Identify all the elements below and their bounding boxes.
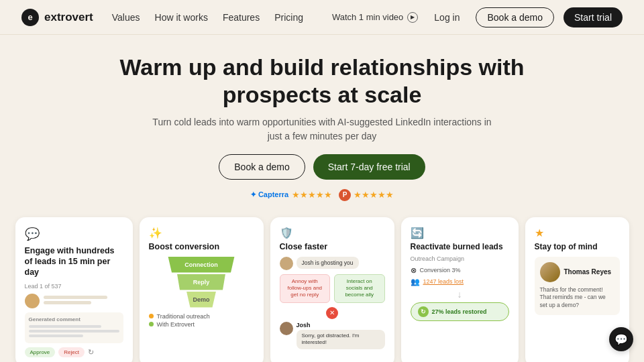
lead-item: [25, 294, 123, 308]
comment-lines: [29, 325, 119, 337]
navbar: e extrovert Values How it works Features…: [0, 0, 644, 35]
ph-stars: ★★★★★: [354, 190, 394, 200]
nav-link-how[interactable]: How it works: [155, 12, 208, 23]
profile-header: Thomas Reyes: [540, 262, 614, 282]
profile-name: Thomas Reyes: [564, 268, 612, 276]
conversion-stat: ⊗ Conversion 3%: [411, 266, 509, 275]
lead-lines: [44, 296, 123, 306]
ghost-bubble: Josh is ghosting you: [297, 257, 359, 269]
josh-name: Josh: [297, 322, 385, 328]
boost-icon: ✨: [149, 227, 254, 239]
restored-icon: ↻: [418, 306, 429, 317]
restored-badge: ↻ 27% leads restored: [411, 302, 509, 321]
feature-cards: 💬 Engage with hundreds of leads in 15 mi…: [0, 217, 644, 362]
lead-line-1: [44, 296, 107, 299]
funnel-chart: Connection Reply Demo: [149, 257, 254, 308]
comment-line-3: [29, 335, 83, 337]
capterra-stars: ★★★★★: [292, 190, 332, 200]
ghost-message: Josh is ghosting you: [280, 257, 385, 270]
logo[interactable]: e extrovert: [21, 9, 93, 26]
conversion-text: Conversion 3%: [420, 267, 461, 274]
hero-buttons: Book a demo Start 7-day free trial: [13, 154, 631, 180]
comment-box: Generated comment: [25, 312, 123, 343]
choice-red: Annoy with follow-ups and get no reply: [280, 274, 331, 303]
social-proof: ✦ Capterra ★★★★★ P ★★★★★: [13, 189, 631, 201]
nav-links: Values How it works Features Pricing: [112, 12, 303, 23]
card-reactivate: 🔄 Reactivate burned leads Outreach Campa…: [401, 217, 519, 362]
stay-title: Stay top of mind: [535, 242, 620, 251]
chat-support-button[interactable]: 💬: [609, 327, 633, 351]
josh-bubble: Sorry, got distracted. I'm interested!: [297, 330, 385, 349]
dot-green: [149, 322, 154, 326]
nav-link-values[interactable]: Values: [112, 12, 140, 23]
hero-subtext: Turn cold leads into warm opportunities …: [148, 115, 496, 143]
response-message: Josh Sorry, got distracted. I'm interest…: [280, 322, 385, 349]
funnel-reply: Reply: [174, 274, 228, 290]
nav-left: e extrovert Values How it works Features…: [21, 9, 303, 26]
profile-card: Thomas Reyes Thanks for the comment! Tha…: [535, 257, 620, 316]
traditional-label: Traditional outreach: [157, 313, 210, 320]
leads-lost-text: 1247 leads lost: [423, 278, 464, 285]
profile-avatar: [540, 262, 560, 282]
play-icon: ▶: [407, 12, 418, 23]
profile-message: Thanks for the comment! That reminds me …: [540, 286, 614, 310]
hero-free-trial-button[interactable]: Start 7-day free trial: [313, 154, 425, 180]
watch-video-label: Watch 1 min video: [332, 12, 403, 22]
lead-avatar: [25, 294, 40, 308]
chat-avatar: [280, 257, 293, 270]
hero-headline: Warm up and build relationships with pro…: [87, 54, 557, 109]
funnel-connection: Connection: [164, 257, 238, 273]
funnel-label-extrovert: With Extrovert: [149, 321, 254, 328]
engage-icon: 💬: [25, 227, 123, 241]
conversion-icon: ⊗: [411, 266, 417, 275]
action-buttons: Approve Reject ↻: [25, 347, 123, 357]
hero-book-demo-button[interactable]: Book a demo: [219, 154, 305, 180]
leads-lost-stat: 👥 1247 leads lost: [411, 278, 509, 286]
choice-green: Interact on socials and become ally: [334, 274, 385, 303]
approve-button[interactable]: Approve: [25, 347, 56, 357]
lead-count: Lead 1 of 537: [25, 283, 123, 290]
login-button[interactable]: Log in: [427, 8, 466, 27]
extrovert-label: With Extrovert: [157, 321, 195, 328]
logo-icon: e: [21, 9, 39, 26]
ph-icon: P: [339, 189, 351, 201]
arrow-down-icon: ↓: [411, 289, 509, 300]
nav-right: Watch 1 min video ▶ Log in Book a demo S…: [332, 7, 623, 27]
hero-section: Warm up and build relationships with pro…: [0, 35, 644, 210]
lead-line-2: [44, 301, 91, 304]
capterra-logo: ✦ Capterra: [250, 190, 288, 199]
comment-line-2: [29, 330, 119, 333]
logo-text: extrovert: [44, 11, 93, 24]
leads-icon: 👥: [411, 278, 420, 286]
dot-orange: [149, 314, 154, 318]
card-engage: 💬 Engage with hundreds of leads in 15 mi…: [15, 217, 133, 362]
reactivate-icon: 🔄: [411, 227, 509, 239]
josh-avatar: [280, 322, 293, 335]
watch-video-button[interactable]: Watch 1 min video ▶: [332, 12, 418, 23]
campaign-label: Outreach Campaign: [411, 255, 509, 262]
comment-line-1: [29, 325, 101, 328]
capterra-badge: ✦ Capterra ★★★★★: [250, 190, 332, 200]
card-close: 🛡️ Close faster Josh is ghosting you Ann…: [270, 217, 394, 362]
nav-link-pricing[interactable]: Pricing: [274, 12, 303, 23]
reject-button[interactable]: Reject: [58, 347, 85, 357]
refresh-icon[interactable]: ↻: [88, 348, 94, 357]
funnel-labels: Traditional outreach With Extrovert: [149, 313, 254, 328]
reactivate-title: Reactivate burned leads: [411, 242, 509, 251]
book-demo-nav-button[interactable]: Book a demo: [476, 7, 554, 27]
path-choices: Annoy with follow-ups and get no reply I…: [280, 274, 385, 303]
boost-title: Boost conversion: [149, 242, 254, 251]
close-title: Close faster: [280, 242, 385, 251]
producthunt-badge: P ★★★★★: [339, 189, 394, 201]
close-faster-icon: 🛡️: [280, 227, 385, 239]
start-trial-nav-button[interactable]: Start trial: [564, 7, 623, 27]
x-icon: ✕: [326, 307, 338, 319]
card-boost: ✨ Boost conversion Connection Reply Demo…: [140, 217, 264, 362]
engage-title: Engage with hundreds of leads in 15 min …: [25, 245, 123, 278]
funnel-demo: Demo: [183, 292, 220, 308]
nav-link-features[interactable]: Features: [223, 12, 260, 23]
restored-text: 27% leads restored: [432, 308, 487, 315]
comment-label: Generated comment: [29, 316, 119, 322]
stay-icon: ★: [535, 227, 620, 239]
funnel-label-traditional: Traditional outreach: [149, 313, 254, 320]
